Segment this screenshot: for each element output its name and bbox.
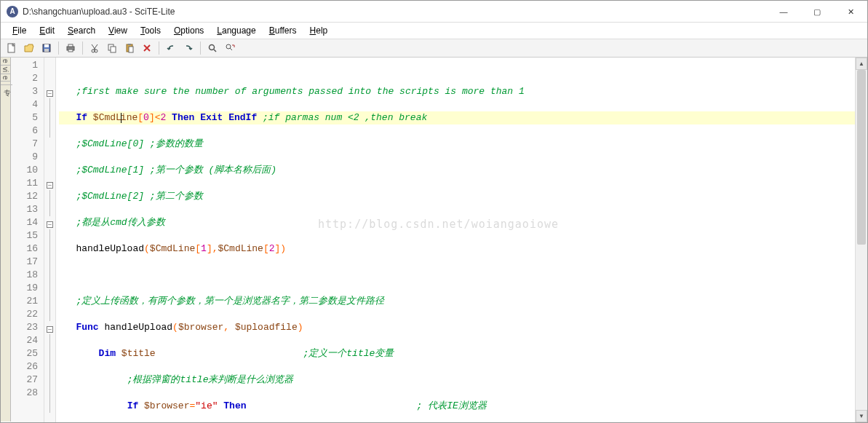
scrollbar-thumb[interactable] — [857, 70, 866, 245]
side-panel-tabs[interactable]: e vi e 专 — [1, 58, 11, 422]
menu-language[interactable]: Language — [211, 24, 261, 37]
fold-margin[interactable]: − − − − — [44, 58, 56, 422]
line-number[interactable]: 23 — [11, 321, 38, 334]
code-editor[interactable]: http://blog.csdn.net/woiangaoiowe ;first… — [56, 58, 855, 422]
line-number[interactable]: 11 — [11, 177, 38, 190]
fold-toggle-icon[interactable]: − — [47, 221, 53, 228]
menu-buffers[interactable]: Buffers — [263, 24, 303, 37]
fold-toggle-icon[interactable]: − — [47, 90, 53, 97]
line-number[interactable]: 12 — [11, 190, 38, 203]
side-tab[interactable]: e — [1, 74, 10, 82]
menu-edit[interactable]: Edit — [33, 24, 60, 37]
menu-tools[interactable]: Tools — [135, 24, 167, 37]
toolbar-separator — [200, 41, 201, 55]
toolbar — [1, 39, 867, 58]
scroll-up-icon[interactable]: ▲ — [856, 58, 867, 70]
toolbar-separator — [58, 41, 59, 55]
app-icon: A — [7, 6, 18, 17]
line-number[interactable]: 7 — [11, 138, 38, 151]
paste-icon[interactable] — [122, 41, 138, 55]
line-number[interactable]: 4 — [11, 98, 38, 111]
cut-icon[interactable] — [87, 41, 103, 55]
side-tab[interactable]: 专 — [1, 82, 12, 85]
line-number[interactable]: 25 — [11, 347, 38, 360]
svg-rect-6 — [68, 50, 73, 52]
main-window: A D:\shangchuan\upload.au3 - SciTE-Lite … — [0, 0, 868, 423]
line-number[interactable]: 14 — [11, 216, 38, 229]
svg-point-14 — [210, 45, 215, 50]
open-file-icon[interactable] — [21, 41, 37, 55]
find-icon[interactable] — [204, 41, 220, 55]
redo-icon[interactable] — [180, 41, 196, 55]
line-number[interactable]: 6 — [11, 124, 38, 138]
save-icon[interactable] — [39, 41, 55, 55]
line-number[interactable]: 1 — [11, 59, 38, 72]
print-icon[interactable] — [63, 41, 79, 55]
replace-icon[interactable] — [222, 41, 238, 55]
menu-options[interactable]: Options — [168, 24, 210, 37]
svg-rect-5 — [68, 44, 73, 47]
side-tab[interactable]: e — [1, 58, 10, 66]
line-number[interactable]: 21 — [11, 295, 38, 308]
line-number-gutter[interactable]: 1 2 3 4 5 6 7 9 10 11 12 13 14 15 16 17 … — [11, 58, 44, 422]
toolbar-separator — [82, 41, 83, 55]
line-number[interactable]: 28 — [11, 387, 38, 400]
vertical-scrollbar[interactable]: ▲ ▼ — [855, 58, 867, 422]
line-number[interactable]: 19 — [11, 282, 38, 295]
menu-help[interactable]: Help — [304, 24, 334, 37]
menubar: File Edit Search View Tools Options Lang… — [1, 23, 867, 39]
line-number[interactable]: 9 — [11, 151, 38, 164]
side-tab[interactable]: vi — [1, 66, 10, 74]
line-number[interactable]: 10 — [11, 164, 38, 177]
undo-icon[interactable] — [163, 41, 179, 55]
new-file-icon[interactable] — [4, 41, 20, 55]
close-button[interactable]: ✕ — [834, 1, 867, 23]
window-title: D:\shangchuan\upload.au3 - SciTE-Lite — [23, 7, 175, 17]
line-number[interactable]: 27 — [11, 373, 38, 387]
delete-icon[interactable] — [139, 41, 155, 55]
maximize-button[interactable]: ▢ — [800, 1, 834, 23]
line-number[interactable]: 5 — [11, 111, 38, 124]
copy-icon[interactable] — [104, 41, 120, 55]
svg-rect-3 — [44, 49, 49, 52]
line-number[interactable]: 15 — [11, 229, 38, 242]
svg-rect-10 — [111, 47, 116, 52]
scroll-down-icon[interactable]: ▼ — [856, 410, 867, 422]
line-number[interactable]: 13 — [11, 203, 38, 216]
svg-point-8 — [95, 50, 97, 52]
toolbar-separator — [159, 41, 159, 55]
minimize-button[interactable]: — — [767, 1, 800, 23]
menu-search[interactable]: Search — [62, 24, 101, 37]
line-number[interactable]: 3 — [11, 85, 38, 98]
editor-area: 1 2 3 4 5 6 7 9 10 11 12 13 14 15 16 17 … — [11, 58, 867, 422]
fold-toggle-icon[interactable]: − — [47, 182, 53, 189]
line-number[interactable]: 16 — [11, 242, 38, 256]
line-number[interactable]: 26 — [11, 360, 38, 373]
titlebar: A D:\shangchuan\upload.au3 - SciTE-Lite … — [1, 1, 867, 23]
svg-point-7 — [92, 50, 95, 52]
fold-toggle-icon[interactable]: − — [47, 326, 53, 333]
line-number[interactable]: 24 — [11, 334, 38, 347]
menu-view[interactable]: View — [103, 24, 133, 37]
line-number[interactable]: 17 — [11, 256, 38, 269]
svg-rect-12 — [128, 44, 131, 45]
line-number[interactable]: 2 — [11, 72, 38, 85]
svg-rect-13 — [129, 47, 133, 52]
line-number[interactable]: 22 — [11, 308, 38, 321]
line-number[interactable]: 18 — [11, 269, 38, 282]
menu-file[interactable]: File — [7, 24, 32, 37]
svg-rect-2 — [44, 44, 49, 47]
